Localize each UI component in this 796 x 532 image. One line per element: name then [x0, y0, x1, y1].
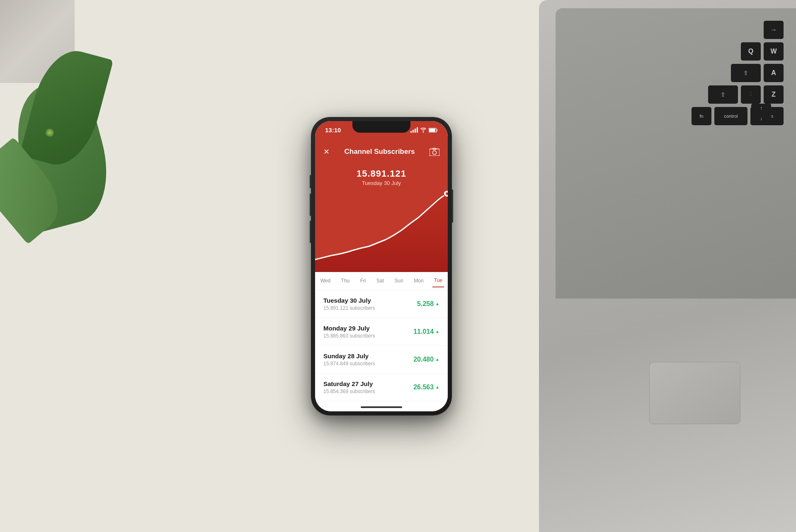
row-date-2: Monday 29 July [323, 325, 375, 332]
chart-date-label: Tuesday 30 July [315, 180, 448, 186]
row-gain-1: 5.258 [417, 300, 434, 308]
list-item[interactable]: Saturday 27 July 15.854.369 subscribers … [315, 374, 448, 401]
tab-sun[interactable]: Sun [393, 275, 405, 287]
tab-mon[interactable]: Mon [412, 275, 425, 287]
svg-rect-2 [429, 129, 435, 132]
phone-volume-up-button[interactable] [310, 194, 311, 216]
row-subs-2: 15.885.863 subscribers [323, 333, 375, 339]
row-arrow-3: ▲ [435, 357, 439, 362]
signal-icon [410, 127, 418, 133]
svg-point-0 [423, 131, 424, 132]
wifi-icon [420, 128, 427, 133]
camera-icon[interactable] [430, 148, 439, 156]
tab-fri[interactable]: Fri [359, 275, 368, 287]
phone-notch [352, 121, 410, 133]
line-chart [315, 189, 448, 272]
chart-area: 15.891.121 Tuesday 30 July [315, 164, 448, 272]
phone-screen: 13:10 [315, 121, 448, 411]
chart-stats: 15.891.121 Tuesday 30 July [315, 168, 448, 186]
key-w[interactable]: W [764, 42, 784, 61]
tab-thu[interactable]: Thu [340, 275, 352, 287]
key-fn[interactable]: fn [692, 107, 711, 125]
phone-power-button[interactable] [452, 189, 453, 223]
key-shift-left[interactable]: ⇧ [731, 64, 761, 82]
key-q[interactable]: Q [741, 42, 761, 61]
key-up-arrow[interactable]: ↑ [751, 104, 771, 113]
key-a[interactable]: A [764, 64, 784, 82]
arrow-key[interactable]: → [764, 21, 784, 39]
screen-title: Channel Subscribers [344, 148, 415, 156]
tab-wed[interactable]: Wed [319, 275, 332, 287]
svg-point-4 [433, 151, 437, 154]
phone-mute-button[interactable] [310, 175, 311, 188]
list-item[interactable]: Tuesday 30 July 15.891.121 subscribers 5… [315, 290, 448, 318]
phone: 13:10 [311, 117, 452, 415]
day-tabs: Wed Thu Fri Sat Sun Mon Tue [315, 272, 448, 290]
tab-tue[interactable]: Tue [432, 274, 444, 287]
subscribers-list: Tuesday 30 July 15.891.121 subscribers 5… [315, 290, 448, 411]
row-date-4: Saturday 27 July [323, 380, 375, 387]
row-gain-2: 11.014 [413, 328, 434, 335]
key-z[interactable]: Z [764, 85, 784, 104]
app-header: ✕ Channel Subscribers [315, 139, 448, 164]
row-date-1: Tuesday 30 July [323, 297, 375, 304]
key-shift-right[interactable]: ⇧ [708, 85, 738, 104]
row-date-3: Sunday 28 July [323, 352, 375, 360]
row-gain-3: 20.480 [413, 356, 434, 363]
key-control[interactable]: control [714, 107, 747, 125]
list-item[interactable]: Sunday 28 July 15.874.849 subscribers 20… [315, 346, 448, 374]
row-subs-4: 15.854.369 subscribers [323, 389, 375, 394]
key-tilde[interactable]: ~ ` [741, 85, 761, 104]
home-indicator [361, 406, 402, 408]
plant-decoration [0, 0, 124, 352]
status-icons [410, 127, 438, 133]
row-arrow-2: ▲ [435, 329, 439, 334]
row-subs-1: 15.891.121 subscribers [323, 305, 375, 311]
list-item[interactable]: Monday 29 July 15.885.863 subscribers 11… [315, 318, 448, 346]
row-gain-4: 26.563 [413, 384, 434, 391]
status-time: 13:10 [325, 126, 341, 134]
battery-icon [429, 128, 438, 133]
subscriber-count: 15.891.121 [315, 168, 448, 179]
phone-volume-down-button[interactable] [310, 221, 311, 243]
trackpad[interactable] [649, 362, 740, 424]
row-subs-3: 15.874.849 subscribers [323, 361, 375, 367]
close-button[interactable]: ✕ [323, 147, 330, 156]
tab-sat[interactable]: Sat [375, 275, 386, 287]
row-arrow-1: ▲ [435, 301, 439, 306]
row-arrow-4: ▲ [435, 385, 439, 389]
key-down-arrow[interactable]: ↓ [751, 114, 771, 123]
laptop: → Q W ⇧ A ⇧ ~ [539, 0, 796, 532]
